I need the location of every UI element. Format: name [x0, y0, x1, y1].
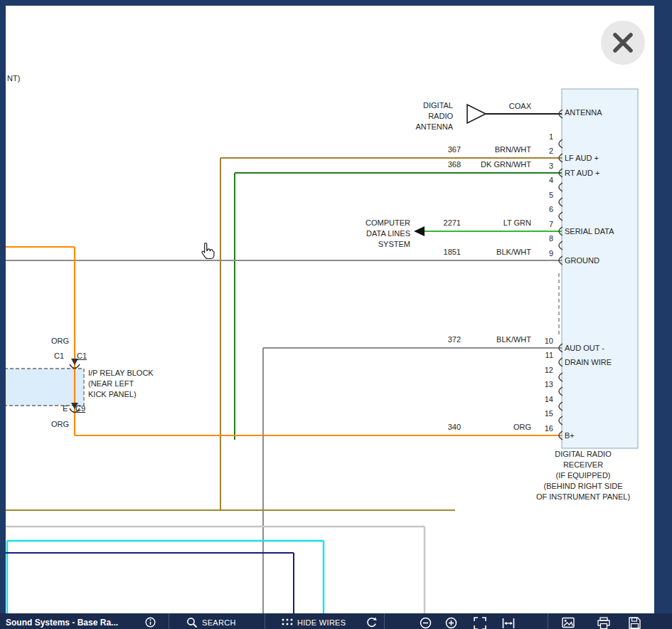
org-label-top: ORG: [41, 337, 69, 346]
receiver-connector-box: [562, 89, 638, 448]
search-button[interactable]: SEARCH: [202, 618, 236, 627]
diagram-title: Sound Systems - Base Ra...: [6, 618, 118, 628]
pin-number: 6: [535, 205, 553, 213]
pin-label-drain-wire: DRAIN WIRE: [565, 358, 612, 366]
c1-label: C1: [54, 352, 64, 361]
ip-relay-block-box: [4, 369, 84, 406]
hide-wires-button[interactable]: HIDE WIRES: [297, 618, 346, 627]
pin-number: 8: [535, 234, 553, 243]
wire-color-label: BRN/WHT: [464, 145, 531, 154]
circuit-label: 1851: [425, 248, 461, 257]
wire-dk-blu: [6, 553, 294, 613]
computer-data-arrow-icon: [414, 226, 425, 236]
wire-color-label: BLK/WHT: [464, 335, 531, 344]
frame-top: [0, 0, 672, 6]
digital-radio-antenna-caption: DIGITAL RADIO ANTENNA: [382, 100, 453, 132]
wire-367-brn-wht: [220, 158, 562, 510]
wire-color-label: LT GRN: [464, 218, 531, 228]
fit-width-icon[interactable]: [502, 617, 515, 629]
reset-view-icon[interactable]: [366, 617, 378, 629]
toolbar-divider: [384, 613, 385, 629]
pin-label-serial-data: SERIAL DATA: [565, 227, 614, 236]
pin-label-rt-aud: RT AUD +: [565, 169, 599, 177]
pin-label-ground: GROUND: [565, 256, 599, 265]
wire-color-label: ORG: [464, 423, 531, 432]
circuit-label: 372: [425, 335, 461, 344]
pin-number: 12: [535, 366, 553, 374]
pin-number: 15: [535, 409, 553, 418]
pin-number: 11: [535, 351, 553, 359]
fit-screen-icon[interactable]: [474, 617, 486, 629]
search-icon[interactable]: [186, 617, 198, 628]
toolbar-divider: [548, 613, 548, 629]
pin-number: 7: [535, 220, 553, 228]
close-button[interactable]: [601, 21, 645, 65]
pin-number: 3: [535, 162, 553, 170]
circuit-label: 367: [425, 145, 461, 154]
circuit-label: 368: [425, 160, 461, 169]
toolbar-divider: [265, 613, 265, 629]
wire-lt-gry: [6, 527, 425, 613]
frame-left: [0, 6, 6, 613]
circuit-label: 340: [425, 423, 461, 432]
export-image-icon[interactable]: [562, 617, 575, 628]
wires-dots-icon: [282, 618, 293, 627]
pin-label-aud-out: AUD OUT -: [565, 344, 604, 352]
info-icon[interactable]: [145, 617, 156, 628]
zoom-in-icon[interactable]: [445, 617, 457, 629]
org-label-bottom: ORG: [41, 420, 69, 429]
hand-cursor-icon: [200, 242, 217, 262]
toolbar-divider: [169, 613, 169, 629]
ip-relay-block-caption: I/P RELAY BLOCK (NEAR LEFT KICK PANEL): [88, 368, 154, 400]
computer-data-lines-caption: COMPUTER DATA LINES SYSTEM: [339, 218, 410, 250]
wire-cyan: [7, 541, 324, 613]
print-icon[interactable]: [597, 617, 610, 629]
zoom-out-icon[interactable]: [420, 617, 432, 629]
circuit-label: 2271: [425, 218, 461, 228]
pin-number: 4: [535, 176, 553, 184]
pin-number: 10: [535, 337, 553, 345]
app-window: NT) DIGITAL RADIO ANTENNA COAX COMPUTER …: [0, 0, 672, 629]
receiver-caption: DIGITAL RADIO RECEIVER (IF EQUIPPED) (BE…: [512, 449, 654, 502]
frame-right: [654, 6, 672, 613]
wire-368-dk-grn-wht: [235, 173, 562, 440]
pin-label-antenna: ANTENNA: [565, 108, 602, 117]
coax-label: COAX: [466, 102, 531, 111]
pin-number: 13: [535, 380, 553, 388]
pin-number: 2: [535, 147, 553, 155]
pin-number: 14: [535, 395, 553, 403]
diagram-canvas[interactable]: [0, 0, 672, 629]
pin-label-b-plus: B+: [565, 431, 575, 440]
c1-link[interactable]: C1: [77, 352, 87, 361]
pin-number: 5: [535, 191, 553, 199]
wire-color-label: DK GRN/WHT: [464, 160, 531, 169]
c9-link[interactable]: C9: [75, 404, 85, 413]
bottom-toolbar: Sound Systems - Base Ra... SEARCH HIDE W…: [0, 613, 672, 629]
pin-number: 9: [535, 249, 553, 258]
wire-color-label: BLK/WHT: [464, 248, 531, 257]
close-icon: [612, 32, 634, 53]
save-icon[interactable]: [629, 617, 641, 629]
pin-number: 16: [535, 424, 553, 433]
pin-label-lf-aud: LF AUD +: [565, 154, 599, 162]
pin-number: 1: [535, 132, 553, 141]
clipped-left-text: NT): [7, 74, 20, 83]
e-label: E: [63, 404, 68, 413]
